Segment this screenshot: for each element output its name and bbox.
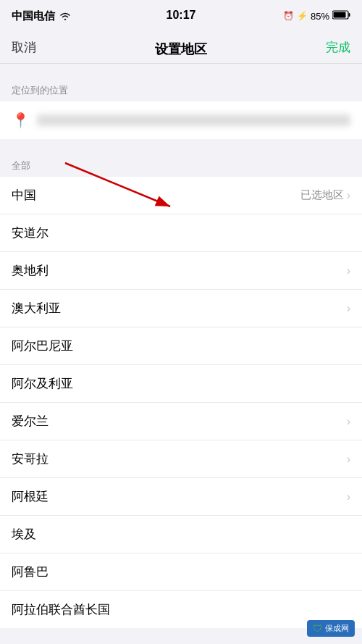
country-row[interactable]: 奥地利› (0, 252, 362, 290)
wifi-icon (59, 10, 71, 22)
selected-label: 已选地区 (300, 188, 344, 202)
cancel-button[interactable]: 取消 (12, 39, 36, 56)
status-bar: 中国电信 10:17 ⏰ ⚡ 85% (0, 0, 362, 32)
nav-bar: 取消 设置地区 完成 (0, 32, 362, 64)
location-section-header: 定位到的位置 (0, 78, 362, 101)
svg-rect-1 (349, 13, 350, 17)
status-right: ⏰ ⚡ 85% (283, 10, 350, 22)
country-list: 中国已选地区›安道尔奥地利›澳大利亚›阿尔巴尼亚阿尔及利亚爱尔兰›安哥拉›阿根廷… (0, 177, 362, 628)
location-cell: 📍 (0, 101, 362, 139)
gap-2 (0, 139, 362, 154)
country-name: 中国 (12, 187, 300, 204)
gap-1 (0, 64, 362, 78)
alarm-icon: ⏰ (283, 11, 294, 21)
country-row[interactable]: 阿尔巴尼亚 (0, 327, 362, 365)
done-button[interactable]: 完成 (326, 39, 350, 56)
all-section-header: 全部 (0, 154, 362, 177)
status-left: 中国电信 (12, 9, 71, 23)
country-name: 阿根廷 (12, 488, 347, 505)
carrier-text: 中国电信 (12, 9, 55, 23)
country-row[interactable]: 爱尔兰› (0, 403, 362, 440)
watermark-text: 保成网 (325, 623, 349, 634)
chevron-right-icon: › (347, 189, 350, 202)
country-row[interactable]: 阿鲁巴 (0, 553, 362, 591)
country-row[interactable]: 阿根廷› (0, 478, 362, 516)
country-row[interactable]: 阿尔及利亚 (0, 365, 362, 403)
country-name: 阿拉伯联合酋长国 (12, 601, 350, 618)
country-name: 奥地利 (12, 262, 347, 279)
country-row[interactable]: 澳大利亚› (0, 290, 362, 327)
svg-rect-2 (334, 12, 346, 18)
country-row[interactable]: 中国已选地区› (0, 177, 362, 214)
country-row[interactable]: 安道尔 (0, 214, 362, 252)
page-title: 设置地区 (155, 41, 207, 58)
country-name: 安哥拉 (12, 451, 347, 467)
watermark: 🛡 保成网 (307, 620, 355, 637)
status-time: 10:17 (167, 9, 196, 22)
battery-percent: 85% (311, 11, 329, 22)
location-text-blurred (37, 114, 350, 126)
country-name: 埃及 (12, 526, 350, 543)
country-row[interactable]: 埃及 (0, 516, 362, 553)
country-name: 爱尔兰 (12, 413, 347, 430)
battery-icon (332, 10, 350, 22)
chevron-right-icon: › (347, 453, 350, 466)
country-row[interactable]: 安哥拉› (0, 440, 362, 478)
location-icon: 📍 (12, 112, 30, 129)
charging-icon: ⚡ (297, 11, 308, 21)
chevron-right-icon: › (347, 302, 350, 315)
country-name: 阿尔及利亚 (12, 375, 350, 392)
country-name: 安道尔 (12, 225, 350, 241)
country-name: 澳大利亚 (12, 300, 347, 317)
chevron-right-icon: › (347, 415, 350, 428)
country-name: 阿鲁巴 (12, 564, 350, 580)
country-name: 阿尔巴尼亚 (12, 338, 350, 354)
watermark-shield-icon: 🛡 (313, 623, 322, 634)
chevron-right-icon: › (347, 490, 350, 503)
chevron-right-icon: › (347, 264, 350, 277)
